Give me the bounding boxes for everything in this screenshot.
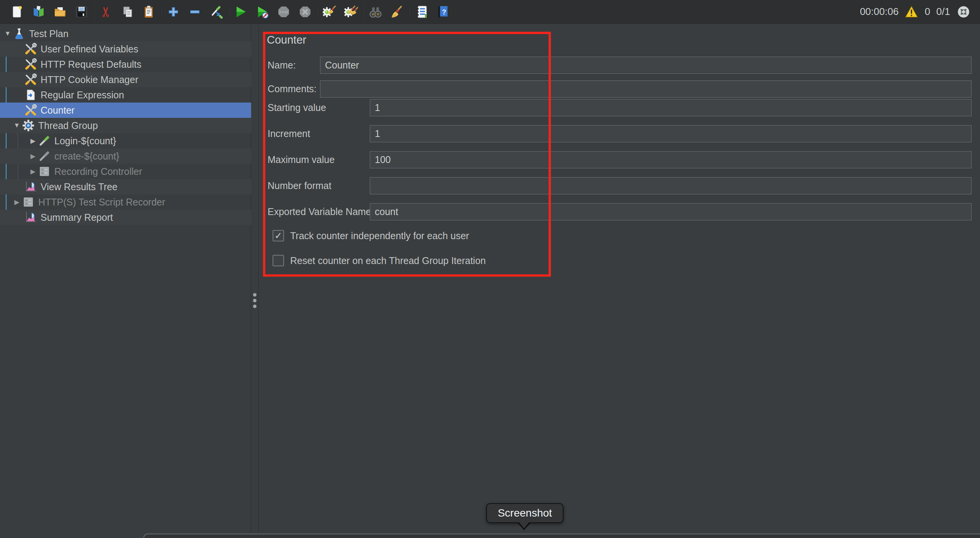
- comments-field[interactable]: [320, 80, 972, 98]
- expander-expanded-icon[interactable]: [2, 30, 13, 37]
- maximum-value-row: Maximum value 100: [259, 151, 980, 168]
- toolbar-status-area: 00:00:06 0 0/1: [860, 5, 975, 19]
- shutdown-icon: [298, 5, 312, 19]
- stop-icon: STOP: [277, 5, 291, 19]
- help-icon: ?: [436, 5, 450, 19]
- paste-icon: [142, 5, 156, 19]
- remove-element-button[interactable]: [187, 4, 203, 20]
- reset-counter-checkbox[interactable]: [273, 255, 284, 266]
- name-field[interactable]: Counter: [320, 57, 972, 74]
- expander-collapsed-icon[interactable]: [28, 168, 38, 176]
- increment-row: Increment 1: [259, 125, 980, 142]
- config-tools-icon: [24, 43, 37, 55]
- reset-counter-label: Reset counter on each Thread Group Itera…: [290, 255, 486, 266]
- open-folder-icon: [53, 5, 67, 19]
- panel-title: Counter: [267, 34, 306, 46]
- search-button[interactable]: [368, 4, 384, 20]
- svg-text:STOP: STOP: [279, 10, 288, 14]
- recorder-panel-icon: [22, 196, 34, 208]
- minus-icon: [188, 5, 202, 19]
- templates-button[interactable]: [31, 4, 47, 20]
- tree-item-http-cookie-manager[interactable]: HTTP Cookie Manager: [0, 72, 251, 87]
- warning-icon[interactable]: [905, 5, 918, 18]
- paste-button[interactable]: [141, 4, 157, 20]
- templates-icon: [32, 5, 46, 19]
- thread-status-wheel-icon: [956, 5, 971, 19]
- number-format-row: Number format: [259, 177, 980, 194]
- open-file-button[interactable]: [52, 4, 68, 20]
- tree-item-user-defined-variables[interactable]: User Defined Variables: [0, 41, 251, 57]
- increment-label: Increment: [268, 125, 310, 142]
- svg-text:?: ?: [442, 8, 446, 16]
- save-button[interactable]: [74, 4, 90, 20]
- tree-item-recording-controller[interactable]: Recording Controller: [0, 164, 251, 179]
- add-element-button[interactable]: [165, 4, 181, 20]
- tree-item-create-count[interactable]: create-${count}: [0, 148, 251, 164]
- number-format-label: Number format: [268, 177, 332, 194]
- sampler-dropper-icon: [38, 135, 51, 147]
- expander-collapsed-icon[interactable]: [28, 137, 38, 145]
- starting-value-row: Starting value 1: [259, 99, 980, 116]
- config-tools-icon: [24, 58, 37, 70]
- track-counter-label: Track counter independently for each use…: [290, 230, 469, 241]
- controller-panel-icon: [38, 165, 51, 178]
- tooltip-arrow: [519, 522, 529, 528]
- screenshot-tooltip: Screenshot: [486, 503, 564, 523]
- exported-variable-name-field[interactable]: count: [370, 203, 972, 220]
- start-icon: [234, 5, 248, 19]
- listener-chart-icon: [24, 211, 37, 223]
- binoculars-icon: [369, 5, 382, 19]
- track-counter-checkbox[interactable]: ✓: [273, 230, 284, 241]
- increment-field[interactable]: 1: [370, 125, 972, 142]
- stop-button[interactable]: STOP: [276, 4, 292, 20]
- save-icon: [75, 5, 88, 19]
- start-no-timers-button[interactable]: [254, 4, 270, 20]
- start-button[interactable]: [233, 4, 249, 20]
- sampler-dropper-gray-icon: [38, 150, 51, 162]
- test-plan-flask-icon: [13, 28, 25, 40]
- new-file-icon: [10, 5, 24, 19]
- tree-item-test-plan[interactable]: Test Plan: [0, 26, 251, 41]
- checkmark-icon: ✓: [274, 231, 282, 240]
- track-counter-row: ✓ Track counter independently for each u…: [273, 230, 469, 242]
- tree-item-login-count[interactable]: Login-${count}: [0, 133, 251, 148]
- copy-icon: [121, 5, 134, 19]
- tree-item-regular-expression[interactable]: Regular Expression: [0, 87, 251, 103]
- expander-collapsed-icon[interactable]: [28, 152, 38, 160]
- exported-variable-name-row: Exported Variable Name count: [259, 203, 980, 220]
- maximum-value-field[interactable]: 100: [370, 151, 972, 168]
- tree-item-view-results-tree[interactable]: View Results Tree: [0, 179, 251, 194]
- starting-value-field[interactable]: 1: [370, 99, 972, 116]
- expander-expanded-icon[interactable]: [11, 122, 22, 129]
- start-no-timers-icon: [255, 5, 269, 19]
- expander-collapsed-icon[interactable]: [11, 198, 22, 206]
- name-row: Name: Counter: [259, 57, 980, 74]
- tree-item-thread-group[interactable]: Thread Group: [0, 118, 251, 133]
- splitter-grip[interactable]: [253, 293, 257, 308]
- clear-all-icon: [344, 5, 358, 19]
- clear-all-button[interactable]: [343, 4, 359, 20]
- new-file-button[interactable]: [9, 4, 25, 20]
- toggle-element-button[interactable]: [208, 4, 224, 20]
- copy-button[interactable]: [119, 4, 136, 20]
- active-threads-count: 0/1: [936, 6, 950, 18]
- main-toolbar: ✂ STOP ? 00:00:06 0 0/1: [0, 0, 980, 24]
- tree-item-counter[interactable]: Counter: [0, 103, 251, 118]
- tree-item-http-request-defaults[interactable]: HTTP Request Defaults: [0, 57, 251, 72]
- shutdown-button[interactable]: [297, 4, 313, 20]
- number-format-field[interactable]: [370, 177, 972, 194]
- listener-chart-icon: [24, 181, 37, 193]
- function-helper-button[interactable]: [413, 4, 430, 20]
- search-reset-button[interactable]: [389, 4, 405, 20]
- regex-page-icon: [24, 89, 37, 101]
- clear-button[interactable]: [322, 4, 338, 20]
- broom-icon: [390, 5, 404, 19]
- plus-icon: [167, 5, 180, 19]
- help-button[interactable]: ?: [435, 4, 451, 20]
- error-count: 0: [924, 6, 930, 18]
- comments-row: Comments:: [259, 80, 980, 98]
- tree-item-https-test-script-recorder[interactable]: HTTP(S) Test Script Recorder: [0, 194, 251, 210]
- tree-item-summary-report[interactable]: Summary Report: [0, 210, 251, 225]
- reset-counter-row: Reset counter on each Thread Group Itera…: [273, 254, 486, 267]
- cut-button[interactable]: ✂: [98, 4, 114, 20]
